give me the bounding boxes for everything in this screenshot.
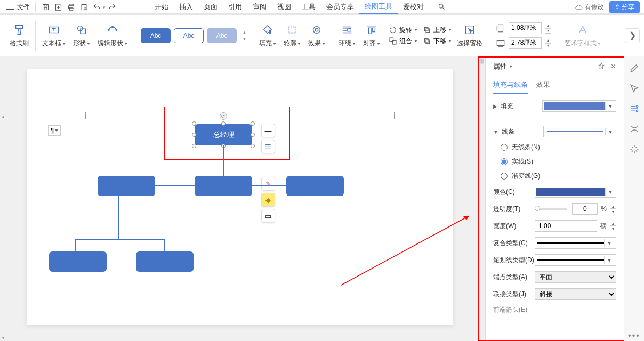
radio-no-line[interactable]: 无线条(N) xyxy=(501,143,616,152)
ribbon: 格式刷 文本框 形状 编辑形状 Abc Abc Abc ▴▾ 填充 轮廓 xyxy=(0,15,644,56)
wrap-button[interactable]: 环绕 xyxy=(339,23,356,48)
paragraph-button[interactable]: ¶ xyxy=(48,125,61,136)
search-icon[interactable] xyxy=(432,0,451,14)
print-icon[interactable] xyxy=(65,2,77,13)
rail-settings-icon[interactable] xyxy=(629,103,640,114)
format-painter-button[interactable]: 格式刷 xyxy=(10,23,29,48)
dash-type-picker[interactable]: ▾ xyxy=(535,254,616,266)
rotate-button[interactable]: 旋转 xyxy=(389,26,417,35)
fill-color-swatch[interactable]: ▾ xyxy=(542,100,616,112)
resize-handle[interactable] xyxy=(192,133,196,137)
style-gallery-more[interactable]: ▴▾ xyxy=(240,30,248,42)
tab-review[interactable]: 审阅 xyxy=(247,0,272,14)
line-width-spinner[interactable]: ▴▾ xyxy=(610,221,616,231)
resize-handle[interactable] xyxy=(251,121,255,126)
rail-pencil-icon[interactable] xyxy=(629,63,640,74)
shape-button[interactable]: 形状 xyxy=(73,23,90,48)
save-icon[interactable] xyxy=(39,2,52,13)
shape-box[interactable] xyxy=(136,251,194,272)
rotate-handle[interactable]: ⟳ xyxy=(220,112,227,120)
line-color-picker[interactable]: ▾ xyxy=(535,186,616,198)
outline-button[interactable]: 轮廓 xyxy=(284,23,301,48)
style-pill-outline[interactable]: Abc xyxy=(174,28,204,43)
opacity-slider[interactable] xyxy=(535,208,567,210)
tab-drawing-tools[interactable]: 绘图工具 xyxy=(359,0,398,14)
wordart-button[interactable]: 艺术字样式 xyxy=(565,23,601,48)
expand-fill-icon[interactable]: ▶ xyxy=(493,103,497,109)
height-input[interactable] xyxy=(509,22,542,34)
resize-handle[interactable] xyxy=(221,121,226,126)
width-spinner[interactable]: ▴▾ xyxy=(545,38,551,48)
radio-solid-line[interactable]: 实线(S) xyxy=(501,157,616,166)
edit-shape-button[interactable]: 编辑形状 xyxy=(98,23,127,48)
shape-box[interactable] xyxy=(195,176,252,196)
textbox-button[interactable]: 文本框 xyxy=(42,23,66,48)
group-button[interactable]: 组合 xyxy=(389,37,417,46)
margin-corner-tr xyxy=(387,112,395,119)
tab-member[interactable]: 会员专享 xyxy=(321,0,359,14)
width-input[interactable] xyxy=(509,37,542,49)
float-layout-button[interactable]: ☰ xyxy=(261,140,275,153)
tab-page[interactable]: 页面 xyxy=(198,0,223,14)
line-preview-swatch[interactable]: ▾ xyxy=(543,126,616,137)
redo-icon[interactable] xyxy=(106,2,118,13)
shape-box[interactable] xyxy=(286,176,344,196)
rail-more-icon[interactable]: ••• xyxy=(629,330,640,341)
shape-box[interactable] xyxy=(98,176,155,196)
move-up-button[interactable]: 上移 xyxy=(423,26,452,35)
style-pill-solid[interactable]: Abc xyxy=(141,28,171,43)
panel-title[interactable]: 属性 xyxy=(493,62,512,71)
shape-box[interactable] xyxy=(49,251,107,272)
shape-manager[interactable]: 总经理 ⟳ xyxy=(195,124,252,145)
resize-handle[interactable] xyxy=(192,144,196,148)
resize-handle[interactable] xyxy=(251,144,255,148)
panel-tab-fill[interactable]: 填充与线条 xyxy=(493,77,528,94)
float-collapse-button[interactable]: — xyxy=(261,124,275,137)
height-spinner[interactable]: ▴▾ xyxy=(545,23,551,34)
resize-handle[interactable] xyxy=(251,133,255,137)
line-width-input[interactable] xyxy=(535,220,597,232)
float-pencil-button[interactable]: ✎ xyxy=(261,177,275,191)
close-icon[interactable]: ✕ xyxy=(610,62,616,71)
opacity-input[interactable] xyxy=(572,203,598,215)
tab-tools[interactable]: 工具 xyxy=(296,0,321,14)
selection-pane-button[interactable]: 选择窗格 xyxy=(457,23,482,48)
dash-label: 短划线类型(D) xyxy=(493,256,535,265)
radio-gradient-line[interactable]: 渐变线(G) xyxy=(501,172,616,181)
print-preview-icon[interactable] xyxy=(77,2,90,13)
float-shape-button[interactable]: ▭ xyxy=(261,209,275,223)
fill-button[interactable]: 填充 xyxy=(259,23,276,48)
compound-type-picker[interactable]: ▾ xyxy=(535,237,616,249)
connector xyxy=(75,239,165,240)
cloud-status[interactable]: 有修改 xyxy=(575,3,604,12)
tab-view[interactable]: 视图 xyxy=(272,0,296,14)
expand-line-icon[interactable]: ▼ xyxy=(493,129,498,135)
tab-proof[interactable]: 爱校对 xyxy=(398,0,429,14)
connector xyxy=(155,185,195,186)
ribbon-expand-button[interactable]: ❯ xyxy=(625,28,640,43)
tab-start[interactable]: 开始 xyxy=(149,0,174,14)
export-icon[interactable] xyxy=(52,2,65,13)
resize-handle[interactable] xyxy=(192,121,196,126)
rail-pattern-icon[interactable] xyxy=(629,124,640,134)
share-button[interactable]: ⇪分享 xyxy=(609,1,640,13)
rail-magic-icon[interactable] xyxy=(629,144,640,155)
float-fill-button[interactable]: ◆ xyxy=(261,193,275,207)
tab-insert[interactable]: 插入 xyxy=(174,0,198,14)
main-menu-button[interactable]: 文件 xyxy=(4,2,32,13)
move-down-button[interactable]: 下移 xyxy=(423,37,452,46)
undo-icon[interactable] xyxy=(90,2,103,13)
panel-tab-effect[interactable]: 效果 xyxy=(536,77,550,94)
effect-button[interactable]: 效果 xyxy=(308,23,325,48)
height-icon xyxy=(496,23,505,33)
pin-icon[interactable] xyxy=(598,62,605,71)
opacity-spinner[interactable]: ▴▾ xyxy=(610,204,616,214)
cap-type-select[interactable]: 平面 xyxy=(535,271,616,283)
tab-reference[interactable]: 引用 xyxy=(223,0,247,14)
height-input-row: ▴▾ xyxy=(496,22,551,34)
vertical-scrollbar[interactable] xyxy=(479,56,485,341)
rail-select-icon[interactable] xyxy=(629,83,640,94)
align-button[interactable]: 对齐 xyxy=(363,23,380,48)
style-pill-light[interactable]: Abc xyxy=(207,28,237,43)
join-type-select[interactable]: 斜接 xyxy=(535,288,616,300)
